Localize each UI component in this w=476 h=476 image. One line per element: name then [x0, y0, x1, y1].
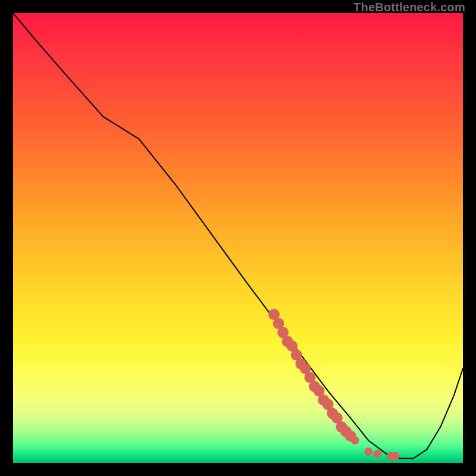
highlight-dots — [268, 309, 399, 460]
chart-svg — [13, 13, 463, 463]
highlight-dot — [364, 447, 372, 456]
highlight-dot — [374, 450, 382, 458]
highlight-dot — [392, 452, 400, 461]
chart-container: { "attribution": "TheBottleneck.com", "c… — [0, 0, 476, 476]
highlight-dot — [351, 436, 359, 444]
curve-line — [13, 13, 463, 458]
attribution-text: TheBottleneck.com — [353, 1, 465, 14]
